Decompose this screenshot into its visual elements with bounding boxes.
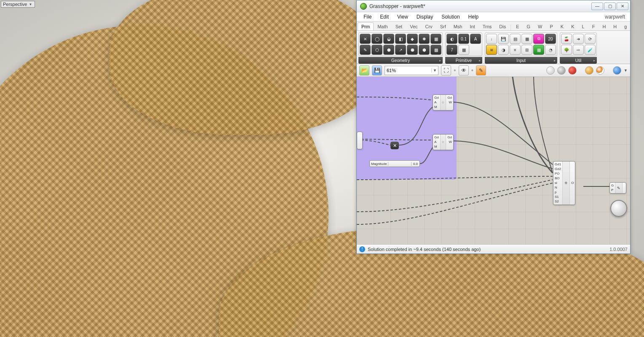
- prim-button[interactable]: 7: [446, 45, 457, 55]
- dropdown-icon[interactable]: ▼: [431, 68, 438, 73]
- zoom-combo[interactable]: ▼: [385, 66, 438, 75]
- prim-button[interactable]: 0.1: [458, 34, 469, 44]
- display-shaded-button[interactable]: [557, 66, 566, 75]
- preview-selected-button[interactable]: [585, 66, 593, 75]
- util-button[interactable]: ⇨: [573, 45, 584, 55]
- geom-button[interactable]: ✎: [360, 45, 371, 55]
- tab-e[interactable]: E: [512, 22, 523, 30]
- menu-file[interactable]: File: [359, 13, 376, 21]
- menu-view[interactable]: View: [393, 13, 412, 21]
- save-file-button[interactable]: 💾: [372, 65, 382, 75]
- tab-crv[interactable]: Crv: [422, 22, 436, 30]
- input-button[interactable]: ≋: [486, 45, 497, 55]
- geom-button[interactable]: ⬣: [407, 45, 418, 55]
- input-button[interactable]: ▦: [521, 34, 532, 44]
- tab-g2[interactable]: g: [620, 22, 631, 30]
- geom-button[interactable]: ⬢: [419, 45, 430, 55]
- geom-button[interactable]: ◒: [383, 34, 394, 44]
- panel-label[interactable]: Geometry: [358, 57, 443, 64]
- tab-prm[interactable]: Prm: [358, 22, 374, 30]
- geom-button[interactable]: ↗: [395, 45, 406, 55]
- display-wireframe-button[interactable]: [546, 66, 555, 75]
- prim-button[interactable]: ▦: [458, 45, 469, 55]
- tab-math[interactable]: Math: [374, 22, 391, 30]
- tab-vec[interactable]: Vec: [406, 22, 421, 30]
- tab-set[interactable]: Set: [392, 22, 406, 30]
- zoom-input[interactable]: [385, 68, 431, 73]
- canvas-component[interactable]: Gd A M ⁘ Gd W: [433, 134, 454, 150]
- geom-button[interactable]: ⬡: [371, 45, 382, 55]
- input-button[interactable]: ▤: [510, 34, 521, 44]
- panel-label[interactable]: Input: [485, 57, 557, 64]
- input-button[interactable]: 20: [545, 34, 556, 44]
- maximize-button[interactable]: ▢: [604, 3, 616, 10]
- tab-h2[interactable]: H: [609, 22, 620, 30]
- input-button[interactable]: ▩: [533, 45, 544, 55]
- canvas-component[interactable]: Gd A M ⁘ Gd W: [433, 94, 454, 111]
- dropdown-icon[interactable]: ▼: [624, 68, 628, 73]
- prim-button[interactable]: ◐: [446, 34, 457, 44]
- document-preview-button[interactable]: [613, 66, 621, 75]
- menu-display[interactable]: Display: [412, 13, 437, 21]
- tab-trns[interactable]: Trns: [479, 22, 496, 30]
- tab-msh[interactable]: Msh: [450, 22, 466, 30]
- minimize-button[interactable]: —: [591, 3, 603, 10]
- panel-geometry: ✕ ◯ ◒ ◧ ◆ ✱ ▦ ✎ ⬡ ⬢ ↗ ⬣ ⬢ ▩ Ge: [358, 32, 443, 64]
- open-file-button[interactable]: 📂: [359, 65, 369, 75]
- canvas[interactable]: Gd A M ⁘ Gd W Gd A M ⁘ Gd W: [357, 77, 630, 244]
- tab-k2[interactable]: K: [567, 22, 578, 30]
- sketch-button[interactable]: ✎: [476, 65, 486, 75]
- geom-button[interactable]: ▩: [430, 45, 441, 55]
- tab-f[interactable]: F: [588, 22, 599, 30]
- tab-p[interactable]: P: [546, 22, 556, 30]
- tab-w[interactable]: W: [534, 22, 546, 30]
- input-button[interactable]: ⊞: [521, 45, 532, 55]
- menu-solution[interactable]: Solution: [437, 13, 464, 21]
- util-button[interactable]: 🌳: [561, 45, 572, 55]
- geom-button[interactable]: ◯: [371, 34, 382, 44]
- tab-l[interactable]: L: [578, 22, 588, 30]
- input-button[interactable]: ⧉: [533, 34, 544, 44]
- menu-help[interactable]: Help: [464, 13, 483, 21]
- tab-h[interactable]: H: [599, 22, 609, 30]
- panel-label[interactable]: Util: [560, 57, 597, 64]
- menu-edit[interactable]: Edit: [376, 13, 393, 21]
- tab-g[interactable]: G: [523, 22, 534, 30]
- input-button[interactable]: ◔: [545, 45, 556, 55]
- close-button[interactable]: ✕: [617, 3, 628, 10]
- viewport-label[interactable]: Perspective ▼: [1, 1, 35, 8]
- dial-control[interactable]: [610, 200, 627, 217]
- input-button[interactable]: ↓: [486, 34, 497, 44]
- util-button[interactable]: 🧪: [585, 45, 596, 55]
- util-button[interactable]: 🍒: [561, 34, 572, 44]
- input-button[interactable]: ◑: [498, 45, 509, 55]
- util-button[interactable]: ➜: [573, 34, 584, 44]
- zoom-extents-button[interactable]: ⛶: [441, 65, 451, 75]
- canvas-component[interactable]: [357, 132, 363, 149]
- prim-button[interactable]: A: [470, 34, 481, 44]
- util-button[interactable]: ⟳: [585, 34, 596, 44]
- preview-toggle-button[interactable]: [596, 66, 604, 75]
- tab-srf[interactable]: Srf: [436, 22, 450, 30]
- geom-button[interactable]: ✕: [360, 34, 371, 44]
- negative-component[interactable]: ✕: [390, 142, 399, 149]
- geom-button[interactable]: ◧: [395, 34, 406, 44]
- geom-button[interactable]: ✱: [419, 34, 430, 44]
- input-button[interactable]: 💾: [498, 34, 509, 44]
- canvas-component[interactable]: G P ✎: [609, 182, 626, 194]
- input-button[interactable]: ≡: [510, 45, 521, 55]
- port-in: M: [434, 105, 439, 109]
- canvas-toolbar: 📂 💾 ▼ ⛶ • 👁 • ✎ ▼: [357, 64, 630, 77]
- tab-int[interactable]: Int: [466, 22, 478, 30]
- canvas-component[interactable]: Gd1 Gd2 PO BO si N p S1 S2 ⁜ O: [553, 161, 575, 205]
- number-slider[interactable]: Magnitude 0.0: [369, 160, 420, 167]
- tab-k[interactable]: K: [557, 22, 567, 30]
- geom-button[interactable]: ⬢: [383, 45, 394, 55]
- tab-dis[interactable]: Dis: [495, 22, 510, 30]
- panel-label[interactable]: Primitive: [445, 57, 482, 64]
- display-render-button[interactable]: [568, 66, 577, 75]
- titlebar[interactable]: Grasshopper - warpweft* — ▢ ✕: [357, 0, 630, 12]
- geom-button[interactable]: ▦: [430, 34, 441, 44]
- preview-button[interactable]: 👁: [459, 65, 469, 75]
- geom-button[interactable]: ◆: [407, 34, 418, 44]
